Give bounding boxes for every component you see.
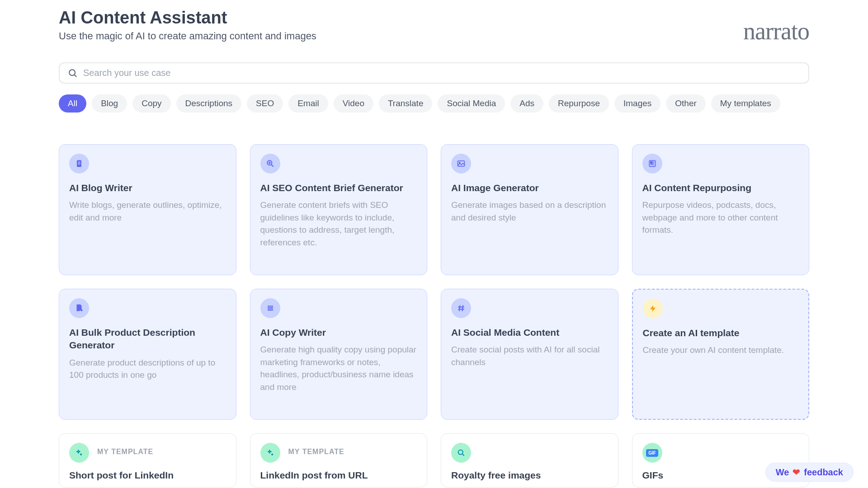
template-card-ai-bulk-product-description-generator[interactable]: AI Bulk Product Description GeneratorGen…: [59, 289, 236, 420]
svg-line-7: [271, 165, 273, 167]
image-icon: [451, 154, 471, 174]
svg-rect-4: [78, 163, 80, 163]
doc-edit-icon: [69, 298, 89, 318]
filter-chip-email[interactable]: Email: [288, 94, 328, 113]
feedback-button[interactable]: We ❤ feedback: [765, 463, 854, 482]
svg-line-1: [75, 75, 77, 77]
search-container[interactable]: [59, 62, 809, 84]
gif-icon: GIF: [642, 443, 662, 463]
hash-icon: [451, 298, 471, 318]
card-description: Write blogs, generate outlines, optimize…: [69, 199, 226, 224]
template-card-ai-copy-writer[interactable]: AI Copy WriterGenerate high quality copy…: [250, 289, 428, 420]
search-icon: [451, 443, 471, 463]
filter-chip-social-media[interactable]: Social Media: [438, 94, 505, 113]
template-card-linkedin-post-from-url[interactable]: MY TEMPLATELinkedIn post from URL: [250, 433, 428, 488]
sparkle-icon: [69, 443, 89, 463]
svg-rect-3: [78, 162, 80, 162]
card-title: AI Copy Writer: [260, 326, 417, 339]
card-title: AI Blog Writer: [69, 182, 226, 194]
filter-chip-seo[interactable]: SEO: [247, 94, 283, 113]
search-input[interactable]: [83, 68, 800, 78]
search-icon: [68, 68, 78, 78]
svg-line-21: [459, 305, 460, 311]
card-description: Create your own AI content template.: [643, 344, 799, 357]
card-title: Short post for LinkedIn: [69, 469, 226, 482]
page-title: AI Content Assistant: [59, 8, 316, 28]
filter-chip-video[interactable]: Video: [334, 94, 373, 113]
my-template-tag: MY TEMPLATE: [97, 448, 153, 456]
filter-chip-my-templates[interactable]: My templates: [711, 94, 780, 113]
feedback-post: feedback: [804, 467, 843, 478]
template-card-ai-seo-content-brief-generator[interactable]: AI SEO Content Brief GeneratorGenerate c…: [250, 144, 428, 275]
feedback-pre: We: [776, 467, 789, 478]
card-description: Generate content briefs with SEO guideli…: [260, 199, 417, 249]
filter-chip-ads[interactable]: Ads: [510, 94, 543, 113]
card-description: Repurpose videos, podcasts, docs, webpag…: [642, 199, 799, 236]
news-icon: [642, 154, 662, 174]
filter-chip-blog[interactable]: Blog: [92, 94, 127, 113]
card-title: AI Bulk Product Description Generator: [69, 326, 226, 352]
card-title: LinkedIn post from URL: [260, 469, 417, 482]
template-card-create-an-ai-template[interactable]: Create an AI templateCreate your own AI …: [632, 289, 810, 420]
sparkle-icon: [260, 443, 280, 463]
template-card-ai-content-repurposing[interactable]: AI Content RepurposingRepurpose videos, …: [632, 144, 810, 275]
filter-chip-other[interactable]: Other: [666, 94, 706, 113]
card-description: Generate images based on a description a…: [451, 199, 608, 224]
my-template-tag: MY TEMPLATE: [288, 448, 344, 456]
page-subtitle: Use the magic of AI to create amazing co…: [59, 30, 316, 42]
template-card-royalty-free-images[interactable]: Royalty free images: [441, 433, 618, 488]
card-title: AI Image Generator: [451, 182, 608, 194]
template-card-ai-social-media-content[interactable]: AI Social Media ContentCreate social pos…: [441, 289, 618, 420]
template-card-ai-image-generator[interactable]: AI Image GeneratorGenerate images based …: [441, 144, 618, 275]
filter-chip-translate[interactable]: Translate: [379, 94, 433, 113]
svg-rect-2: [77, 160, 81, 167]
template-card-short-post-for-linkedin[interactable]: MY TEMPLATEShort post for LinkedIn: [59, 433, 236, 488]
filter-chip-images[interactable]: Images: [614, 94, 660, 113]
filter-chip-all[interactable]: All: [59, 94, 86, 113]
magnify-icon: [260, 154, 280, 174]
svg-line-26: [462, 454, 464, 456]
svg-point-0: [69, 70, 75, 75]
svg-rect-13: [650, 162, 652, 164]
card-title: Create an AI template: [643, 327, 799, 339]
card-title: AI Content Repurposing: [642, 182, 799, 194]
document-icon: [69, 154, 89, 174]
svg-line-22: [462, 305, 463, 311]
heart-icon: ❤: [793, 467, 800, 478]
svg-point-25: [458, 450, 463, 455]
card-title: Royalty free images: [451, 469, 608, 482]
bolt-icon: [643, 299, 663, 319]
template-grid: AI Blog WriterWrite blogs, generate outl…: [59, 144, 809, 488]
filter-chip-descriptions[interactable]: Descriptions: [176, 94, 242, 113]
svg-rect-5: [78, 164, 80, 164]
card-description: Generate high quality copy using popular…: [260, 343, 417, 393]
template-card-ai-blog-writer[interactable]: AI Blog WriterWrite blogs, generate outl…: [59, 144, 236, 275]
card-description: Generate product descriptions of up to 1…: [69, 357, 226, 381]
filter-chip-copy[interactable]: Copy: [132, 94, 170, 113]
card-description: Create social posts with AI for all soci…: [451, 343, 608, 368]
brand-logo: narrato: [743, 17, 809, 45]
card-title: AI Social Media Content: [451, 326, 608, 339]
lines-icon: [260, 298, 280, 318]
filter-chips: AllBlogCopyDescriptionsSEOEmailVideoTran…: [59, 94, 809, 113]
filter-chip-repurpose[interactable]: Repurpose: [549, 94, 609, 113]
card-title: AI SEO Content Brief Generator: [260, 182, 417, 194]
